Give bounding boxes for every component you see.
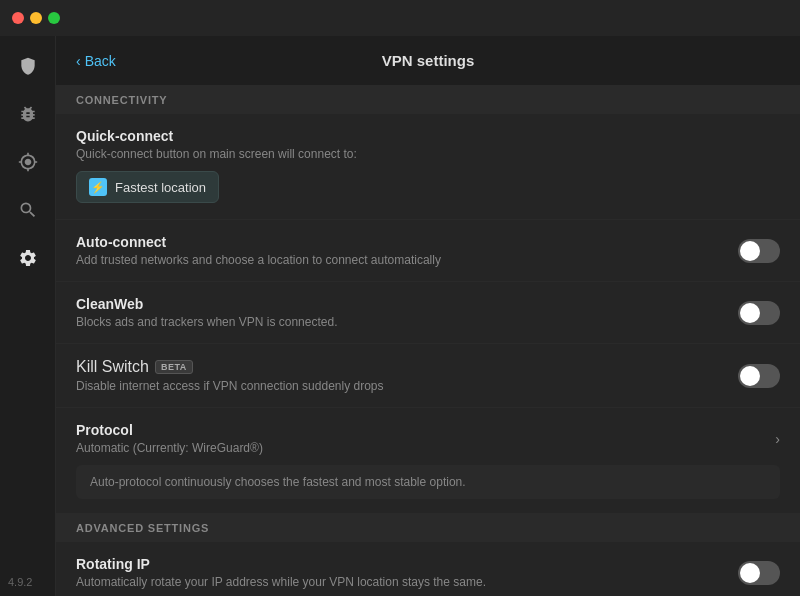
kill-switch-title-row: Kill Switch BETA <box>76 358 738 376</box>
quick-connect-title: Quick-connect <box>76 128 780 144</box>
kill-switch-toggle[interactable] <box>738 364 780 388</box>
auto-connect-desc: Add trusted networks and choose a locati… <box>76 253 738 267</box>
cleanweb-toggle[interactable] <box>738 301 780 325</box>
close-button[interactable] <box>12 12 24 24</box>
protocol-item[interactable]: Protocol Automatic (Currently: WireGuard… <box>56 408 800 514</box>
sidebar-gear-icon[interactable] <box>14 244 42 272</box>
quick-connect-item: Quick-connect Quick-connect button on ma… <box>56 114 800 220</box>
rotating-ip-content: Rotating IP Automatically rotate your IP… <box>76 556 738 589</box>
kill-switch-desc: Disable internet access if VPN connectio… <box>76 379 738 393</box>
sidebar-search-icon[interactable] <box>14 196 42 224</box>
sidebar-settings-gear-icon[interactable] <box>14 148 42 176</box>
app-container: ‹ Back VPN settings CONNECTIVITY Quick-c… <box>0 36 800 596</box>
fastest-location-label: Fastest location <box>115 180 206 195</box>
protocol-title: Protocol <box>76 422 263 438</box>
auto-connect-content: Auto-connect Add trusted networks and ch… <box>76 234 738 267</box>
protocol-chevron-icon: › <box>775 431 780 447</box>
protocol-text: Protocol Automatic (Currently: WireGuard… <box>76 422 263 455</box>
cleanweb-content: CleanWeb Blocks ads and trackers when VP… <box>76 296 738 329</box>
back-button[interactable]: ‹ Back <box>76 53 116 69</box>
beta-badge: BETA <box>155 360 193 374</box>
traffic-lights <box>12 12 60 24</box>
auto-connect-title: Auto-connect <box>76 234 738 250</box>
kill-switch-item: Kill Switch BETA Disable internet access… <box>56 344 800 408</box>
back-chevron-icon: ‹ <box>76 53 81 69</box>
fastest-location-button[interactable]: ⚡ Fastest location <box>76 171 219 203</box>
quick-connect-desc: Quick-connect button on main screen will… <box>76 147 780 161</box>
connectivity-section-header: CONNECTIVITY <box>56 86 800 114</box>
flash-icon: ⚡ <box>89 178 107 196</box>
kill-switch-title: Kill Switch <box>76 358 149 376</box>
title-bar <box>0 0 800 36</box>
auto-connect-item: Auto-connect Add trusted networks and ch… <box>56 220 800 282</box>
rotating-ip-title: Rotating IP <box>76 556 738 572</box>
sidebar <box>0 36 56 596</box>
sidebar-bug-icon[interactable] <box>14 100 42 128</box>
page-title: VPN settings <box>382 52 475 69</box>
protocol-desc: Auto-protocol continuously chooses the f… <box>76 465 780 499</box>
auto-connect-toggle[interactable] <box>738 239 780 263</box>
cleanweb-desc: Blocks ads and trackers when VPN is conn… <box>76 315 738 329</box>
rotating-ip-desc: Automatically rotate your IP address whi… <box>76 575 738 589</box>
settings-scroll[interactable]: CONNECTIVITY Quick-connect Quick-connect… <box>56 86 800 596</box>
rotating-ip-item: Rotating IP Automatically rotate your IP… <box>56 542 800 596</box>
back-label: Back <box>85 53 116 69</box>
header: ‹ Back VPN settings <box>56 36 800 86</box>
minimize-button[interactable] <box>30 12 42 24</box>
maximize-button[interactable] <box>48 12 60 24</box>
rotating-ip-toggle[interactable] <box>738 561 780 585</box>
content-area: ‹ Back VPN settings CONNECTIVITY Quick-c… <box>56 36 800 596</box>
cleanweb-item: CleanWeb Blocks ads and trackers when VP… <box>56 282 800 344</box>
kill-switch-content: Kill Switch BETA Disable internet access… <box>76 358 738 393</box>
protocol-subtitle: Automatic (Currently: WireGuard®) <box>76 441 263 455</box>
protocol-header: Protocol Automatic (Currently: WireGuard… <box>76 422 780 455</box>
version-label: 4.9.2 <box>8 576 32 588</box>
cleanweb-title: CleanWeb <box>76 296 738 312</box>
advanced-section-header: ADVANCED SETTINGS <box>56 514 800 542</box>
sidebar-shield-icon[interactable] <box>14 52 42 80</box>
